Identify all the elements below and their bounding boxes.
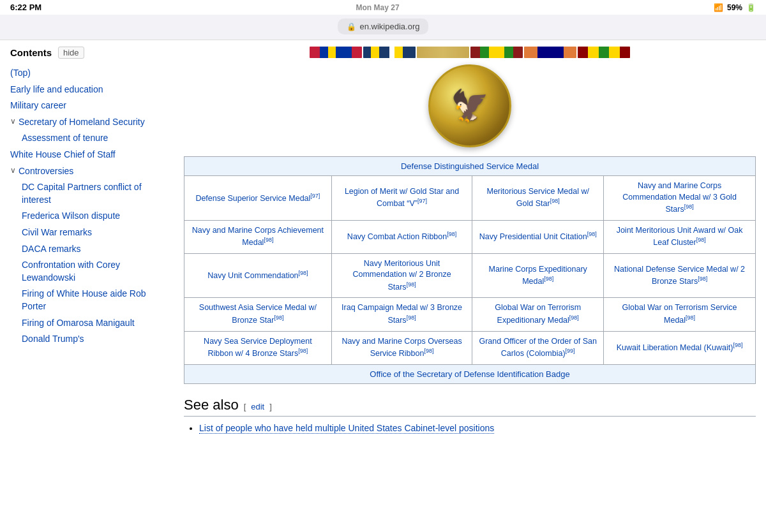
toc-item-donald-trump[interactable]: Donald Trump's <box>10 331 163 348</box>
address-bar[interactable]: 🔒 en.wikipedia.org <box>338 18 429 34</box>
medal-image-area: 🦅 <box>184 40 756 156</box>
award-cell: Legion of Merit w/ Gold Star and Combat … <box>331 176 472 221</box>
status-day: Mon May 27 <box>356 3 400 12</box>
toc-item-civil-war[interactable]: Civil War remarks <box>10 225 163 241</box>
table-row: Navy and Marine Corps Achievement Medal[… <box>184 220 756 253</box>
award-cell: Joint Meritorious Unit Award w/ Oak Leaf… <box>604 220 756 253</box>
toc-item-firing-omarosa[interactable]: Firing of Omarosa Manigault <box>10 315 163 332</box>
see-also-heading: See also [ edit ] <box>184 397 756 417</box>
award-cell: Global War on Terrorism Expeditionary Me… <box>472 298 604 331</box>
toc-item-early-life[interactable]: Early life and education <box>10 82 163 98</box>
toc-hide-button[interactable]: hide <box>58 47 84 59</box>
toc-group-controversies: ∨ Controversies <box>10 163 163 180</box>
award-cell: Iraq Campaign Medal w/ 3 Bronze Stars[98… <box>331 298 472 331</box>
toc-item-assessment[interactable]: Assessment of tenure <box>10 130 163 147</box>
table-row: Defense Superior Service Medal[97] Legio… <box>184 176 756 221</box>
toc-item-confrontation[interactable]: Confrontation with Corey Lewandowski <box>10 257 163 286</box>
edit-bracket-close: ] <box>269 402 272 411</box>
table-row: Navy Unit Commendation[98] Navy Meritori… <box>184 253 756 298</box>
table-row: Southwest Asia Service Medal w/ Bronze S… <box>184 298 756 331</box>
toc-item-dc-capital[interactable]: DC Capital Partners conflict of interest <box>10 179 163 208</box>
sidebar-toc: Contents hide (Top) Early life and educa… <box>0 40 174 521</box>
lock-icon: 🔒 <box>347 22 356 31</box>
award-cell: Navy Sea Service Deployment Ribbon w/ 4 … <box>184 331 332 364</box>
battery-icon: 🔋 <box>746 3 756 12</box>
award-cell: Global War on Terrorism Service Medal[98… <box>604 298 756 331</box>
toc-group-secretary: ∨ Secretary of Homeland Security <box>10 114 163 131</box>
award-cell: Southwest Asia Service Medal w/ Bronze S… <box>184 298 332 331</box>
ribbon-2 <box>363 47 416 58</box>
award-cell: Navy Unit Commendation[98] <box>184 253 332 298</box>
award-cell: Navy and Marine Corps Overseas Service R… <box>331 331 472 364</box>
see-also-list: List of people who have held multiple Un… <box>184 423 756 433</box>
toc-item-secretary[interactable]: Secretary of Homeland Security <box>19 114 145 131</box>
ribbon-bar <box>310 47 630 58</box>
status-time: 6:22 PM <box>10 3 41 12</box>
award-cell: National Defense Service Medal w/ 2 Bron… <box>604 253 756 298</box>
ribbon-1 <box>310 47 362 58</box>
table-header-row: Defense Distinguished Service Medal <box>184 157 756 176</box>
toc-item-top[interactable]: (Top) <box>10 65 163 82</box>
see-also-section: See also [ edit ] List of people who hav… <box>184 397 756 433</box>
see-also-edit-link[interactable]: edit <box>251 402 264 411</box>
chevron-down-icon-2: ∨ <box>10 166 16 175</box>
main-content: 🦅 Defense Distinguished Service Medal De… <box>174 40 766 521</box>
browser-bar: 🔒 en.wikipedia.org <box>0 15 766 40</box>
page-container: Contents hide (Top) Early life and educa… <box>0 40 766 521</box>
awards-table: Defense Distinguished Service Medal Defe… <box>184 156 756 384</box>
toc-item-frederica[interactable]: Frederica Wilson dispute <box>10 208 163 225</box>
ribbon-5 <box>524 47 576 58</box>
chevron-down-icon: ∨ <box>10 117 16 126</box>
see-also-link[interactable]: List of people who have held multiple Un… <box>199 423 494 434</box>
toc-item-firing-porter[interactable]: Firing of White House aide Rob Porter <box>10 286 163 314</box>
ribbon-3 <box>417 47 469 58</box>
toc-item-controversies[interactable]: Controversies <box>19 163 73 180</box>
award-cell: Grand Officer of the Order of San Carlos… <box>472 331 604 364</box>
award-cell: Meritorious Service Medal w/ Gold Star[9… <box>472 176 604 221</box>
table-footer: Office of the Secretary of Defense Ident… <box>184 364 756 383</box>
award-cell: Navy and Marine Corps Commendation Medal… <box>604 176 756 221</box>
status-indicators: 📶 59% 🔋 <box>714 3 756 12</box>
toc-item-white-house-chief[interactable]: White House Chief of Staff <box>10 147 163 163</box>
toc-item-military-career[interactable]: Military career <box>10 98 163 114</box>
award-cell: Navy and Marine Corps Achievement Medal[… <box>184 220 332 253</box>
wifi-icon: 📶 <box>714 3 723 12</box>
edit-bracket-open: [ <box>244 402 246 411</box>
list-item: List of people who have held multiple Un… <box>199 423 756 433</box>
eagle-icon: 🦅 <box>451 88 489 124</box>
table-row: Navy Sea Service Deployment Ribbon w/ 4 … <box>184 331 756 364</box>
toc-item-daca[interactable]: DACA remarks <box>10 241 163 258</box>
award-cell: Defense Superior Service Medal[97] <box>184 176 332 221</box>
award-cell: Kuwait Liberation Medal (Kuwait)[98] <box>604 331 756 364</box>
award-cell: Navy Presidential Unit Citation[98] <box>472 220 604 253</box>
table-main-header: Defense Distinguished Service Medal <box>184 157 756 176</box>
award-cell: Navy Meritorious Unit Commendation w/ 2 … <box>331 253 472 298</box>
toc-header: Contents hide <box>10 47 163 59</box>
toc-title: Contents <box>10 47 52 58</box>
ribbon-6 <box>578 47 630 58</box>
award-cell: Marine Corps Expeditionary Medal[98] <box>472 253 604 298</box>
award-cell: Navy Combat Action Ribbon[98] <box>331 220 472 253</box>
battery-level: 59% <box>727 3 742 12</box>
ribbon-4 <box>470 47 523 58</box>
table-footer-row: Office of the Secretary of Defense Ident… <box>184 364 756 383</box>
url-text: en.wikipedia.org <box>360 22 420 31</box>
status-bar: 6:22 PM Mon May 27 📶 59% 🔋 <box>0 0 766 15</box>
medal-badge: 🦅 <box>428 64 511 147</box>
